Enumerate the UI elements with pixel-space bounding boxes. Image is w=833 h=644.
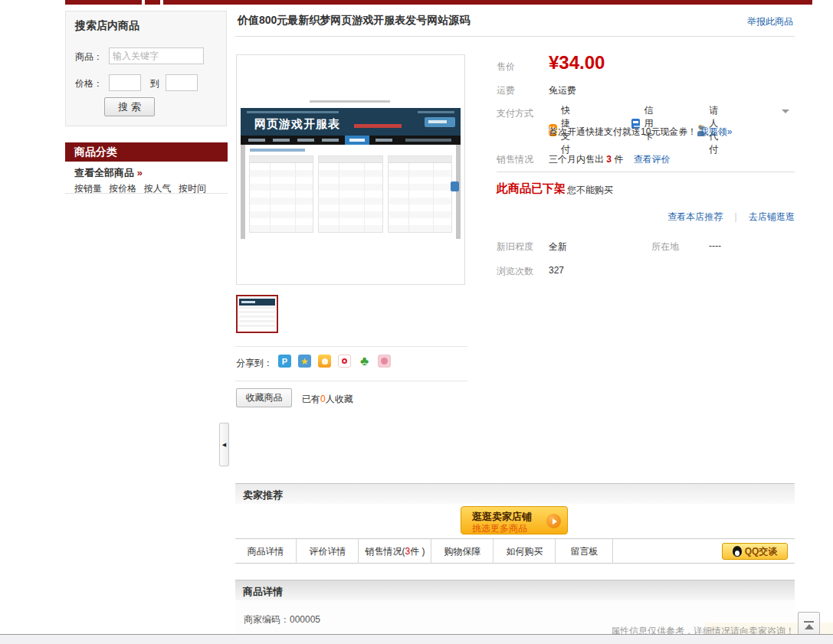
screenshot-breadcrumb bbox=[250, 149, 305, 152]
view-all-label: 查看全部商品 bbox=[74, 167, 134, 178]
screenshot-rank-table bbox=[388, 155, 452, 233]
sales-row: 三个月内售出 3 件 查看评价 bbox=[549, 153, 671, 166]
visit-seller-shop-button[interactable]: 逛逛卖家店铺 挑选更多商品 bbox=[461, 506, 568, 534]
category-divider bbox=[65, 193, 228, 194]
sales-suffix: 件 bbox=[614, 154, 623, 165]
collect-product-button[interactable]: 收藏商品 bbox=[236, 388, 292, 407]
sidebar-collapse-handle[interactable]: ◀ bbox=[219, 423, 229, 466]
promo-text: 首次开通快捷支付就送10元现金券！ bbox=[549, 126, 697, 137]
screenshot-site-title: 网页游戏开服表 bbox=[254, 117, 340, 132]
share-kaixin-icon[interactable]: ♣ bbox=[358, 355, 371, 368]
offline-note: 您不能购买 bbox=[567, 184, 613, 197]
screenshot-header: 网页游戏开服表 bbox=[241, 108, 461, 136]
sort-by-sales-link[interactable]: 按销量 bbox=[74, 183, 102, 194]
sales-prefix: 三个月内售出 bbox=[549, 154, 604, 165]
thumbnail-header bbox=[239, 299, 275, 306]
location-label: 所在地 bbox=[651, 240, 679, 253]
screenshot-active-tab bbox=[345, 136, 369, 145]
image-thumbnail-selected[interactable] bbox=[236, 295, 278, 333]
screenshot-rank-table bbox=[249, 155, 313, 233]
promo-claim-link[interactable]: 我要领» bbox=[700, 126, 733, 137]
offline-notice: 此商品已下架 bbox=[497, 181, 566, 196]
location-value: ---- bbox=[709, 240, 721, 251]
screenshot-red-text bbox=[354, 124, 402, 128]
price-max-input[interactable] bbox=[166, 74, 198, 91]
top-nav-separator bbox=[160, 0, 163, 5]
shop-links-row: 查看本店推荐 | 去店铺逛逛 bbox=[497, 211, 795, 224]
share-pengyou-icon[interactable]: P bbox=[278, 355, 291, 368]
report-product-link[interactable]: 举报此商品 bbox=[747, 15, 795, 28]
share-qzone-icon[interactable]: ★ bbox=[298, 355, 311, 368]
screenshot-header-button bbox=[425, 117, 455, 127]
title-divider bbox=[235, 36, 795, 37]
promo-row: 首次开通快捷支付就送10元现金券！ 我要领» bbox=[549, 126, 732, 139]
product-page: 搜索店内商品 商品： 价格： 到 搜 索 商品分类 查看全部商品 » 按销量 按… bbox=[0, 0, 833, 644]
merchant-code-label: 商家编码： bbox=[244, 614, 290, 625]
screenshot-rank-table bbox=[318, 155, 382, 233]
condition-label: 新旧程度 bbox=[497, 240, 533, 253]
merchant-code-value: 000005 bbox=[290, 614, 320, 625]
product-main-image[interactable]: 网页游戏开服表 bbox=[236, 54, 465, 285]
collect-count-suffix: 人收藏 bbox=[326, 394, 353, 404]
image-caption-text bbox=[310, 100, 390, 103]
top-nav-separator bbox=[142, 0, 145, 5]
tab-review-detail[interactable]: 评价详情 bbox=[297, 539, 359, 564]
shop-button-line2: 挑选更多商品 bbox=[472, 522, 527, 535]
sort-by-price-link[interactable]: 按价格 bbox=[109, 183, 136, 194]
shipping-value: 免运费 bbox=[549, 84, 576, 97]
share-row: 分享到： P ★ ♣ bbox=[236, 357, 273, 370]
qq-penguin-icon bbox=[733, 546, 742, 557]
tab-how-to-buy[interactable]: 如何购买 bbox=[494, 539, 556, 564]
category-header: 商品分类 bbox=[65, 142, 228, 162]
tab-sales-prefix: 销售情况( bbox=[365, 546, 405, 557]
screenshot-topline bbox=[247, 111, 339, 113]
shipping-label: 运费 bbox=[497, 84, 515, 97]
screenshot-of-game-site: 网页游戏开服表 bbox=[241, 108, 461, 239]
collect-count-prefix: 已有 bbox=[302, 394, 320, 404]
detail-tabbar: 商品详情 评价详情 销售情况(3件 ) 购物保障 如何购买 留言板 QQ交谈 bbox=[235, 538, 795, 564]
tab-message-board[interactable]: 留言板 bbox=[556, 539, 613, 564]
visit-shop-link[interactable]: 去店铺逛逛 bbox=[749, 211, 795, 222]
condition-value: 全新 bbox=[549, 240, 567, 253]
qq-chat-label: QQ交谈 bbox=[745, 545, 778, 558]
screenshot-topline-right bbox=[418, 111, 454, 113]
back-to-top-icon bbox=[804, 621, 814, 623]
seller-recommend-title: 卖家推荐 bbox=[243, 489, 283, 502]
payment-dropdown-caret-icon[interactable] bbox=[782, 110, 789, 113]
keyword-input[interactable] bbox=[109, 47, 204, 64]
gallery-divider bbox=[235, 346, 467, 347]
view-shop-recommend-link[interactable]: 查看本店推荐 bbox=[667, 211, 723, 222]
share-renren-icon[interactable] bbox=[378, 355, 391, 368]
merchant-code-row: 商家编码：000005 bbox=[244, 613, 320, 626]
share-label: 分享到： bbox=[236, 358, 273, 368]
payment-label: 支付方式 bbox=[497, 107, 533, 120]
shop-search-panel: 搜索店内商品 商品： 价格： 到 搜 索 bbox=[65, 11, 227, 126]
screenshot-float-button bbox=[451, 181, 459, 191]
search-button[interactable]: 搜 索 bbox=[104, 97, 155, 116]
collect-count-text: 已有0人收藏 bbox=[302, 393, 353, 406]
product-detail-bar: 商品详情 bbox=[235, 580, 795, 600]
price-min-input[interactable] bbox=[109, 74, 141, 91]
sales-label: 销售情况 bbox=[497, 153, 533, 166]
product-field-label: 商品： bbox=[75, 51, 103, 64]
view-all-products-link[interactable]: 查看全部商品 » bbox=[74, 166, 143, 180]
shop-search-title: 搜索店内商品 bbox=[75, 19, 139, 33]
page-title: 价值800元最新织梦网页游戏开服表发号网站源码 bbox=[238, 14, 713, 28]
qq-chat-button[interactable]: QQ交谈 bbox=[722, 543, 788, 560]
info-divider bbox=[497, 172, 795, 172]
thumbnail-rows bbox=[239, 306, 275, 329]
sort-by-time-link[interactable]: 按时间 bbox=[179, 183, 206, 194]
sort-by-popularity-link[interactable]: 按人气 bbox=[144, 183, 172, 194]
tab-sales-status[interactable]: 销售情况(3件 ) bbox=[359, 539, 431, 564]
tab-product-detail[interactable]: 商品详情 bbox=[235, 539, 297, 564]
price-to-label: 到 bbox=[150, 77, 159, 90]
share-sina-weibo-icon[interactable] bbox=[338, 355, 351, 368]
view-reviews-link[interactable]: 查看评价 bbox=[634, 154, 671, 165]
links-separator: | bbox=[735, 211, 737, 222]
tab-shopping-guarantee[interactable]: 购物保障 bbox=[432, 539, 494, 564]
price-field-label: 价格： bbox=[75, 77, 103, 90]
product-detail-title: 商品详情 bbox=[243, 585, 283, 599]
chevron-left-icon: ◀ bbox=[222, 442, 226, 448]
price-value: ¥34.00 bbox=[549, 52, 605, 74]
share-tencent-weibo-icon[interactable] bbox=[318, 355, 331, 368]
